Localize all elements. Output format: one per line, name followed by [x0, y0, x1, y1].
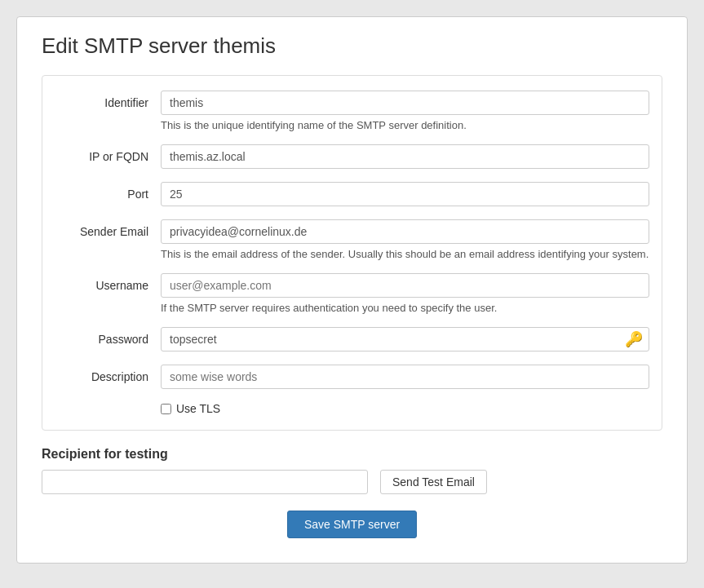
port-row: Port [42, 175, 662, 213]
send-test-email-button[interactable]: Send Test Email [380, 470, 487, 494]
description-row: Description [42, 358, 662, 396]
use-tls-checkbox[interactable] [161, 404, 171, 414]
username-input[interactable] [161, 273, 649, 298]
username-row: Username If the SMTP server requires aut… [42, 267, 662, 321]
identifier-row: Identifier This is the unique identifyin… [42, 84, 662, 138]
port-field-wrapper [161, 182, 649, 206]
testing-row: Send Test Email [42, 470, 662, 494]
sender-email-row: Sender Email This is the email address o… [42, 213, 662, 267]
username-field-wrapper: If the SMTP server requires authenticati… [161, 273, 649, 314]
identifier-label: Identifier [55, 91, 161, 109]
password-field-wrapper: 🔑 [161, 327, 649, 351]
sender-email-label: Sender Email [55, 219, 161, 238]
use-tls-label[interactable]: Use TLS [176, 402, 220, 415]
description-field-wrapper [161, 365, 649, 389]
port-label: Port [55, 182, 161, 201]
testing-section: Recipient for testing Send Test Email [42, 447, 662, 494]
page-title: Edit SMTP server themis [42, 33, 662, 59]
password-label: Password [55, 327, 161, 346]
sender-email-help: This is the email address of the sender.… [161, 248, 649, 260]
description-input[interactable] [161, 365, 649, 389]
username-label: Username [55, 273, 161, 292]
ip-input[interactable] [161, 144, 649, 169]
smtp-form-section: Identifier This is the unique identifyin… [42, 75, 662, 431]
sender-email-input[interactable] [161, 219, 649, 244]
password-row: Password 🔑 [42, 321, 662, 358]
username-help: If the SMTP server requires authenticati… [161, 302, 649, 314]
save-row: Save SMTP server [42, 511, 662, 538]
ip-field-wrapper [161, 144, 649, 169]
description-label: Description [55, 365, 161, 383]
key-icon[interactable]: 🔑 [625, 330, 643, 348]
save-smtp-server-button[interactable]: Save SMTP server [287, 511, 417, 538]
identifier-help: This is the unique identifying name of t… [161, 119, 649, 131]
ip-label: IP or FQDN [55, 144, 161, 163]
identifier-field-wrapper: This is the unique identifying name of t… [161, 91, 649, 131]
password-wrapper: 🔑 [161, 327, 649, 351]
password-input[interactable] [161, 327, 649, 351]
page-container: Edit SMTP server themis Identifier This … [0, 0, 704, 588]
testing-recipient-input[interactable] [42, 470, 368, 494]
testing-section-title: Recipient for testing [42, 447, 662, 462]
ip-row: IP or FQDN [42, 138, 662, 175]
card: Edit SMTP server themis Identifier This … [16, 16, 688, 564]
sender-email-field-wrapper: This is the email address of the sender.… [161, 219, 649, 260]
identifier-input[interactable] [161, 91, 649, 115]
port-input[interactable] [161, 182, 649, 206]
use-tls-row: Use TLS [42, 396, 662, 422]
